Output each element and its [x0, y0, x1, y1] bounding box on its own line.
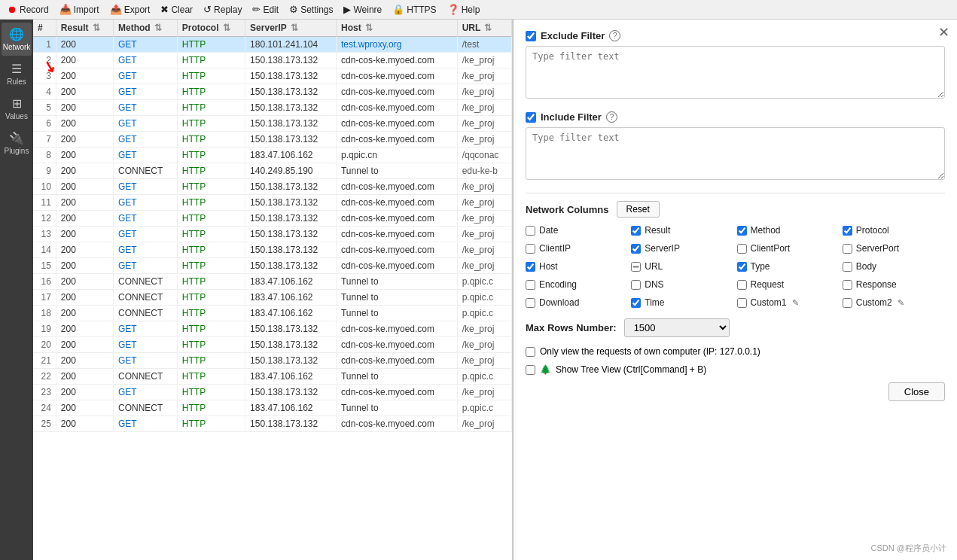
- col-checkbox-clientip[interactable]: [526, 244, 535, 254]
- col-edit-icon-custom2[interactable]: ✎: [898, 298, 904, 308]
- col-checkbox-request[interactable]: [737, 280, 747, 290]
- table-row[interactable]: 3200GETHTTP150.138.173.132cdn-cos-ke.myo…: [33, 68, 512, 84]
- col-checkbox-result[interactable]: [631, 226, 641, 236]
- table-row[interactable]: 5200GETHTTP150.138.173.132cdn-cos-ke.myo…: [33, 100, 512, 116]
- cell-url: /ke_proj: [457, 242, 511, 258]
- table-row[interactable]: 12200GETHTTP150.138.173.132cdn-cos-ke.my…: [33, 211, 512, 227]
- cell-num: 23: [33, 385, 56, 400]
- col-checkbox-encoding[interactable]: [526, 280, 535, 290]
- sidebar-item-rules[interactable]: ☰ Rules: [2, 57, 32, 90]
- col-checkbox-date[interactable]: [526, 226, 535, 236]
- col-header-method[interactable]: Method ⇅: [114, 20, 178, 37]
- col-checkbox-type[interactable]: [737, 262, 747, 272]
- table-row[interactable]: 9200CONNECTHTTP140.249.85.190Tunnel toed…: [33, 163, 512, 179]
- settings-button[interactable]: ⚙ Settings: [285, 2, 337, 17]
- own-computer-checkbox[interactable]: [526, 347, 535, 357]
- col-checkbox-custom1[interactable]: [737, 298, 747, 308]
- col-checkbox-protocol[interactable]: [843, 226, 852, 236]
- table-row[interactable]: 19200GETHTTP150.138.173.132cdn-cos-ke.my…: [33, 321, 512, 337]
- clear-button[interactable]: ✖ Clear: [156, 2, 197, 17]
- include-filter-checkbox[interactable]: [526, 112, 536, 123]
- col-checkbox-custom2[interactable]: [843, 298, 852, 308]
- col-checkbox-time[interactable]: [631, 298, 641, 308]
- col-checkbox-url[interactable]: [631, 262, 641, 272]
- table-row[interactable]: 4200GETHTTP150.138.173.132cdn-cos-ke.myo…: [33, 84, 512, 100]
- col-header-host[interactable]: Host ⇅: [336, 20, 457, 37]
- exclude-filter-textarea[interactable]: [526, 46, 945, 99]
- cell-serverip: 150.138.173.132: [245, 84, 337, 100]
- own-computer-label: Only view the requests of own computer (…: [540, 346, 760, 357]
- sidebar-item-plugins[interactable]: 🔌 Plugins: [2, 126, 32, 160]
- table-row[interactable]: 14200GETHTTP150.138.173.132cdn-cos-ke.my…: [33, 242, 512, 258]
- table-row[interactable]: 8200GETHTTP183.47.106.162p.qpic.cn/qqcon…: [33, 148, 512, 163]
- cell-url: /ke_proj: [457, 68, 511, 84]
- table-row[interactable]: 25200GETHTTP150.138.173.132cdn-cos-ke.my…: [33, 416, 512, 432]
- col-checkbox-clientport[interactable]: [737, 244, 747, 254]
- column-item-host: Host: [526, 261, 628, 272]
- cell-url: p.qpic.c: [457, 400, 511, 416]
- table-row[interactable]: 13200GETHTTP150.138.173.132cdn-cos-ke.my…: [33, 227, 512, 242]
- col-checkbox-serverip[interactable]: [631, 244, 641, 254]
- export-button[interactable]: 📤 Export: [105, 2, 155, 17]
- sidebar-item-network[interactable]: 🌐 Network: [2, 23, 32, 56]
- https-button[interactable]: 🔒 HTTPS: [388, 2, 440, 17]
- table-row[interactable]: 15200GETHTTP150.138.173.132cdn-cos-ke.my…: [33, 258, 512, 274]
- col-checkbox-dns[interactable]: [631, 280, 641, 290]
- table-row[interactable]: 21200GETHTTP150.138.173.132cdn-cos-ke.my…: [33, 353, 512, 369]
- table-row[interactable]: 24200CONNECTHTTP183.47.106.162Tunnel top…: [33, 400, 512, 416]
- table-row[interactable]: 1200GETHTTP180.101.241.104test.wproxy.or…: [33, 37, 512, 53]
- table-row[interactable]: 17200CONNECTHTTP183.47.106.162Tunnel top…: [33, 290, 512, 306]
- edit-button[interactable]: ✏ Edit: [248, 2, 283, 17]
- record-button[interactable]: ⏺ Record: [3, 2, 53, 17]
- col-checkbox-response[interactable]: [843, 280, 852, 290]
- table-row[interactable]: 7200GETHTTP150.138.173.132cdn-cos-ke.myo…: [33, 132, 512, 148]
- cell-host: cdn-cos-ke.myoed.com: [336, 337, 457, 353]
- col-header-url[interactable]: URL ⇅: [457, 20, 511, 37]
- cell-serverip: 150.138.173.132: [245, 53, 337, 68]
- reset-button[interactable]: Reset: [617, 201, 660, 218]
- import-button[interactable]: 📥 Import: [55, 2, 104, 17]
- include-filter-help-icon[interactable]: ?: [606, 111, 617, 123]
- weinre-button[interactable]: ▶ Weinre: [339, 2, 386, 17]
- table-row[interactable]: 20200GETHTTP150.138.173.132cdn-cos-ke.my…: [33, 337, 512, 353]
- replay-button[interactable]: ↺ Replay: [199, 2, 246, 17]
- col-label-date: Date: [539, 225, 558, 236]
- weinre-icon: ▶: [343, 4, 351, 15]
- table-row[interactable]: 16200CONNECTHTTP183.47.106.162Tunnel top…: [33, 274, 512, 290]
- table-row[interactable]: 11200GETHTTP150.138.173.132cdn-cos-ke.my…: [33, 195, 512, 211]
- cell-method: GET: [114, 242, 178, 258]
- col-checkbox-body[interactable]: [843, 262, 852, 272]
- panel-close-button[interactable]: ✕: [938, 24, 949, 41]
- cell-protocol: HTTP: [177, 290, 245, 306]
- cell-host: cdn-cos-ke.myoed.com: [336, 132, 457, 148]
- cell-protocol: HTTP: [177, 163, 245, 179]
- table-row[interactable]: 10200GETHTTP150.138.173.132cdn-cos-ke.my…: [33, 179, 512, 195]
- tree-view-checkbox[interactable]: [526, 365, 535, 375]
- table-row[interactable]: 23200GETHTTP150.138.173.132cdn-cos-ke.my…: [33, 385, 512, 400]
- table-row[interactable]: 2200GETHTTP150.138.173.132cdn-cos-ke.myo…: [33, 53, 512, 68]
- cell-protocol: HTTP: [177, 385, 245, 400]
- help-button[interactable]: ❓ Help: [443, 2, 485, 17]
- cell-result: 200: [56, 179, 113, 195]
- col-checkbox-method[interactable]: [737, 226, 747, 236]
- cell-serverip: 183.47.106.162: [245, 400, 337, 416]
- table-row[interactable]: 6200GETHTTP150.138.173.132cdn-cos-ke.myo…: [33, 116, 512, 132]
- col-header-protocol[interactable]: Protocol ⇅: [177, 20, 245, 37]
- exclude-filter-help-icon[interactable]: ?: [609, 30, 620, 41]
- cell-serverip: 150.138.173.132: [245, 242, 337, 258]
- table-row[interactable]: 22200CONNECTHTTP183.47.106.162Tunnel top…: [33, 369, 512, 385]
- table-row[interactable]: 18200CONNECTHTTP183.47.106.162Tunnel top…: [33, 306, 512, 321]
- sidebar-item-values[interactable]: ⊞ Values: [2, 92, 32, 125]
- col-header-result[interactable]: Result ⇅: [56, 20, 113, 37]
- max-rows-select[interactable]: 500 1000 1500 2000 5000 10000: [624, 318, 730, 337]
- include-filter-textarea[interactable]: [526, 127, 945, 180]
- col-checkbox-download[interactable]: [526, 298, 535, 308]
- exclude-filter-checkbox[interactable]: [526, 31, 536, 41]
- sidebar-values-label: Values: [5, 112, 28, 120]
- col-edit-icon-custom1[interactable]: ✎: [792, 298, 799, 308]
- col-header-serverip[interactable]: ServerIP ⇅: [245, 20, 337, 37]
- col-checkbox-serverport[interactable]: [843, 244, 852, 254]
- col-checkbox-host[interactable]: [526, 262, 535, 272]
- cell-num: 8: [33, 148, 56, 163]
- close-button[interactable]: Close: [888, 382, 945, 401]
